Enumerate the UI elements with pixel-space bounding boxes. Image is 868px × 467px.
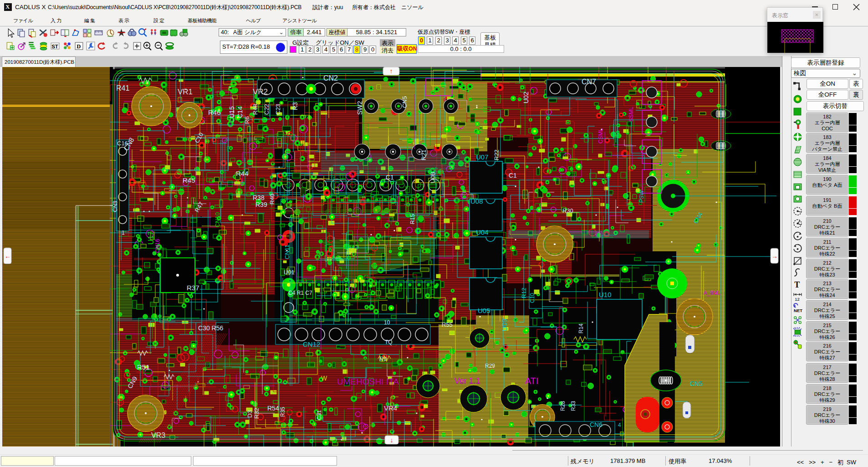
svg-text:R45: R45 [183,176,195,184]
svg-text:VR3: VR3 [151,431,165,439]
svg-text:CN16: CN16 [154,239,161,253]
svg-text:CN5: CN5 [690,380,703,387]
svg-text:R40: R40 [269,194,276,205]
svg-text:R21: R21 [420,149,427,160]
svg-text:C14: C14 [236,106,244,118]
svg-text:R35: R35 [280,407,286,417]
svg-text:R30: R30 [562,207,573,214]
svg-text:C16: C16 [117,140,128,147]
svg-text:Ver 1.1: Ver 1.1 [454,376,480,385]
svg-text:VR1: VR1 [178,87,193,96]
svg-text:U05: U05 [478,307,490,314]
svg-text:↑: ↑ [390,67,393,75]
svg-text:R33: R33 [570,401,577,411]
svg-text:CN5: CN5 [401,96,408,108]
svg-text:R48: R48 [252,104,259,115]
svg-text:1: 1 [122,230,125,236]
svg-text:1: 1 [533,422,536,428]
svg-text:UMEHOSHI ITA: UMEHOSHI ITA [337,377,399,386]
svg-text:T: T [794,280,800,289]
svg-text:CN11: CN11 [284,245,291,259]
svg-text:A_9ML: A_9ML [704,290,721,296]
svg-text:PSW: PSW [638,190,645,203]
svg-text:U04: U04 [476,228,489,236]
svg-text:C23: C23 [275,104,281,115]
svg-text:R41: R41 [116,84,129,92]
svg-text:R22: R22 [493,149,500,160]
svg-text:CN7: CN7 [582,78,596,86]
svg-text:↓: ↓ [390,436,393,444]
svg-text:C10: C10 [529,293,536,303]
svg-text:R15: R15 [409,214,416,224]
svg-text:←: ← [5,252,11,260]
svg-text:C30 R56: C30 R56 [198,324,223,332]
svg-text:→: → [771,252,778,260]
svg-text:R28: R28 [560,401,566,411]
svg-text:C1: C1 [509,172,517,179]
svg-text:NET: NET [794,308,802,313]
svg-text:R29: R29 [485,363,495,369]
svg-text:10: 10 [384,319,390,326]
svg-text:CN10: CN10 [214,212,221,227]
svg-text:R37: R37 [187,284,199,292]
svg-text:C22: C22 [263,104,270,115]
svg-text:CN3: CN3 [112,201,118,212]
svg-text:W: W [321,375,327,382]
svg-text:U10: U10 [599,291,612,298]
svg-text:C1: C1 [386,174,394,181]
svg-text:R32: R32 [253,408,260,419]
svg-text:U08: U08 [470,197,483,205]
svg-text:R46: R46 [208,108,221,116]
svg-text:4: 4 [618,422,621,428]
svg-text:R38: R38 [253,194,265,201]
svg-text:U0B: U0B [429,172,436,183]
svg-text:D3: D3 [246,410,253,418]
svg-text:R55: R55 [442,321,453,328]
svg-text:R44: R44 [236,169,249,177]
svg-text:R39: R39 [255,201,267,208]
svg-text:R51: R51 [137,363,150,371]
svg-text:CN12: CN12 [303,340,320,348]
svg-text:SW2: SW2 [356,101,363,115]
svg-text:TQ: TQ [385,339,393,345]
svg-text:U09: U09 [500,318,508,331]
svg-text:CSML: CSML [597,128,604,144]
svg-text:SSML: SSML [628,107,634,122]
svg-text:CN6: CN6 [590,421,602,428]
svg-text:U17: U17 [147,231,155,245]
svg-text:VR4: VR4 [384,404,397,412]
svg-text:U15: U15 [228,106,235,118]
svg-text:VR2: VR2 [253,87,268,96]
svg-text:R54: R54 [267,405,279,412]
svg-text:CN2: CN2 [323,74,338,82]
svg-text:U07: U07 [476,153,489,161]
svg-text:C4 R1 C7: C4 R1 C7 [288,290,312,296]
svg-text:12: 12 [795,297,800,301]
svg-text:R6: R6 [244,116,250,124]
svg-text:C31: C31 [316,410,322,420]
svg-text:R3: R3 [291,102,299,110]
svg-text:R12: R12 [521,287,527,298]
svg-text:ATI: ATI [525,376,539,386]
svg-text:U02: U02 [522,92,530,103]
svg-text:U01: U01 [284,269,295,276]
svg-text:R14: R14 [578,323,584,334]
